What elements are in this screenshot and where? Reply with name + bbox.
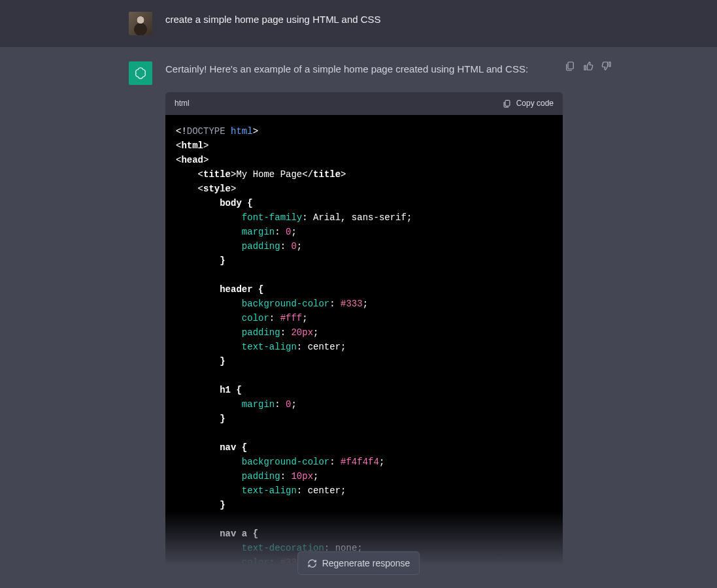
code-body[interactable]: <!DOCTYPE html><html><head> <title>My Ho… [165,115,563,572]
code-block: html Copy code <!DOCTYPE html><html><hea… [165,92,563,572]
copy-code-label: Copy code [516,97,554,110]
thumbsup-icon[interactable] [582,60,594,72]
copy-code-button[interactable]: Copy code [502,97,554,110]
refresh-icon [307,559,317,568]
copy-icon[interactable] [564,60,576,72]
assistant-avatar [129,61,152,85]
message-actions [564,60,612,72]
openai-icon [133,66,148,80]
svg-rect-0 [505,101,510,106]
regenerate-response-button[interactable]: Regenerate response [297,551,420,575]
user-message-text: create a simple home page using HTML and… [165,12,571,27]
assistant-message-content: Certainly! Here's an example of a simple… [165,61,571,572]
code-lang-label: html [175,97,190,110]
clipboard-icon [502,99,512,108]
regenerate-label: Regenerate response [322,558,410,568]
user-avatar [129,12,152,35]
assistant-message-row: Certainly! Here's an example of a simple… [0,47,717,588]
svg-rect-1 [568,62,573,69]
assistant-intro-text: Certainly! Here's an example of a simple… [165,61,571,76]
code-block-header: html Copy code [165,92,563,115]
thumbsdown-icon[interactable] [601,60,612,72]
user-message-row: create a simple home page using HTML and… [0,0,717,47]
